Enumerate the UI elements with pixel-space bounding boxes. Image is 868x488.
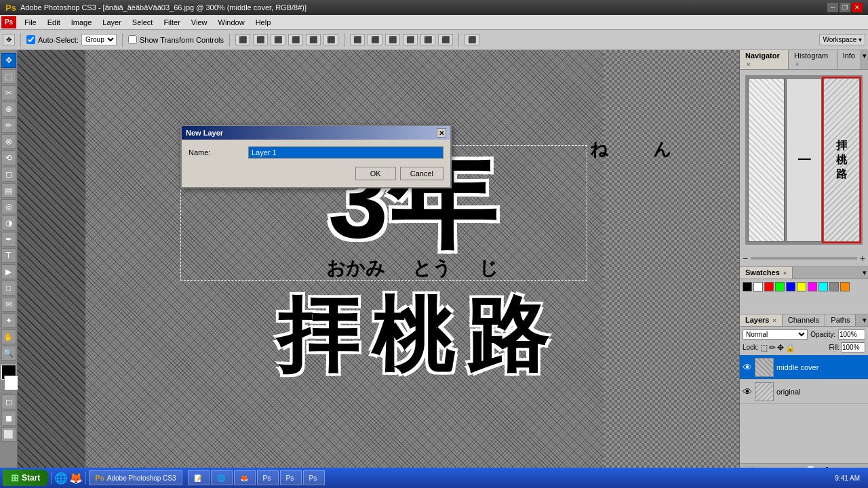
menu-layer[interactable]: Layer <box>97 17 127 28</box>
taskbar-notepad[interactable]: 📝 <box>188 470 210 485</box>
auto-select-dropdown[interactable]: Group <box>81 34 117 45</box>
tab-navigator[interactable]: Navigator × <box>740 50 789 69</box>
path-selection-tool[interactable]: ▶ <box>1 264 16 279</box>
distribute-btn6[interactable]: ⬛ <box>438 34 453 45</box>
swatch-cyan[interactable] <box>818 282 828 291</box>
pen-tool[interactable]: ✒ <box>1 232 16 247</box>
menu-select[interactable]: Select <box>127 17 159 28</box>
lock-all-btn[interactable]: 🔒 <box>785 343 795 352</box>
zoom-out-btn[interactable]: − <box>743 253 748 264</box>
healing-tool[interactable]: ⊕ <box>1 102 16 117</box>
blur-tool[interactable]: ◎ <box>1 199 16 214</box>
menu-view[interactable]: View <box>186 17 213 28</box>
swatch-blue[interactable] <box>786 282 795 291</box>
history-brush-tool[interactable]: ⟲ <box>1 150 16 165</box>
taskbar-ie[interactable]: 🌐 <box>211 470 233 485</box>
menu-file[interactable]: File <box>19 17 42 28</box>
tab-swatches[interactable]: Swatches × <box>740 267 793 279</box>
layer-visibility-original[interactable]: 👁 <box>743 386 752 397</box>
lasso-tool[interactable]: ⬚ <box>1 69 16 84</box>
zoom-in-btn[interactable]: + <box>860 253 865 264</box>
arrange-btn[interactable]: ⬛ <box>465 34 479 45</box>
dialog-name-input[interactable] <box>248 146 443 159</box>
swatch-white[interactable] <box>753 282 763 291</box>
swatches-tab-close[interactable]: × <box>783 270 787 277</box>
layer-item-middle-cover[interactable]: 👁 middle cover <box>740 355 868 380</box>
menu-filter[interactable]: Filter <box>158 17 185 28</box>
firefox-quick-icon[interactable]: 🦊 <box>69 472 83 485</box>
shape-tool[interactable]: □ <box>1 281 16 296</box>
move-tool[interactable]: ✥ <box>1 53 16 68</box>
window-controls[interactable]: ─ ❐ ✕ <box>827 3 863 12</box>
menu-window[interactable]: Window <box>213 17 250 28</box>
navigator-tab-close[interactable]: × <box>747 61 750 68</box>
distribute-btn2[interactable]: ⬛ <box>368 34 382 45</box>
swatch-red[interactable] <box>764 282 774 291</box>
swatch-black[interactable] <box>743 282 752 291</box>
tab-info[interactable]: Info <box>837 50 861 69</box>
eyedropper-tool[interactable]: ✦ <box>1 313 16 328</box>
menu-image[interactable]: Image <box>66 17 98 28</box>
align-bottom-btn[interactable]: ⬛ <box>271 34 285 45</box>
dodge-tool[interactable]: ◑ <box>1 216 16 230</box>
edit-standard-mode[interactable]: ◻ <box>1 394 16 409</box>
ps-logo[interactable]: Ps <box>1 16 16 28</box>
histogram-tab-close[interactable]: × <box>795 61 799 68</box>
align-vert-center-btn[interactable]: ⬛ <box>253 34 268 45</box>
align-left-btn[interactable]: ⬛ <box>288 34 303 45</box>
tab-paths[interactable]: Paths <box>825 314 856 326</box>
distribute-btn3[interactable]: ⬛ <box>385 34 400 45</box>
opacity-input[interactable] <box>838 329 865 340</box>
notes-tool[interactable]: ✉ <box>1 297 16 312</box>
lock-transparent-btn[interactable]: ⬚ <box>760 343 768 352</box>
lock-image-btn[interactable]: ✏ <box>769 343 776 352</box>
distribute-btn4[interactable]: ⬛ <box>403 34 418 45</box>
layers-tab-close[interactable]: × <box>773 317 776 324</box>
taskbar-ps2[interactable]: Ps <box>257 470 279 485</box>
edit-quick-mask[interactable]: ◼ <box>1 411 16 426</box>
swatch-green[interactable] <box>775 282 785 291</box>
crop-tool[interactable]: ✂ <box>1 85 16 100</box>
swatches-options-btn[interactable]: ▾ <box>861 267 868 279</box>
screen-mode[interactable]: ⬜ <box>1 427 16 442</box>
canvas-area[interactable]: ね ん 3年 おかみ とう じ 拝 桃 路 New Layer <box>18 50 739 479</box>
layers-panel-options-btn[interactable]: ▾ <box>861 314 868 326</box>
tab-layers[interactable]: Layers × <box>740 314 783 326</box>
align-horiz-center-btn[interactable]: ⬛ <box>306 34 321 45</box>
gradient-tool[interactable]: ▤ <box>1 183 16 198</box>
restore-btn[interactable]: ❐ <box>840 3 850 12</box>
distribute-btn1[interactable]: ⬛ <box>350 34 365 45</box>
menu-help[interactable]: Help <box>250 17 277 28</box>
background-color[interactable] <box>4 375 19 390</box>
blend-mode-select[interactable]: Normal <box>743 329 808 340</box>
move-tool-btn[interactable]: ✥ <box>3 34 15 45</box>
zoom-tool[interactable]: 🔍 <box>1 346 16 361</box>
start-button[interactable]: ⊞ Start <box>3 470 48 486</box>
align-right-btn[interactable]: ⬛ <box>323 34 338 45</box>
type-tool[interactable]: T <box>1 248 16 263</box>
dialog-cancel-btn[interactable]: Cancel <box>400 167 443 180</box>
close-btn[interactable]: ✕ <box>852 3 863 12</box>
align-top-btn[interactable]: ⬛ <box>235 34 250 45</box>
hand-tool[interactable]: ✋ <box>1 329 16 344</box>
auto-select-checkbox[interactable] <box>26 35 35 44</box>
workspace-btn[interactable]: Workspace ▾ <box>819 34 865 45</box>
tab-histogram[interactable]: Histogram × <box>789 50 837 69</box>
show-transform-checkbox[interactable] <box>128 35 137 44</box>
brush-tool[interactable]: ✏ <box>1 118 16 133</box>
zoom-slider[interactable] <box>751 257 857 260</box>
ie-quick-icon[interactable]: 🌐 <box>54 472 68 485</box>
taskbar-ps4[interactable]: Ps <box>303 470 325 485</box>
tab-channels[interactable]: Channels <box>783 314 825 326</box>
swatch-orange[interactable] <box>840 282 850 291</box>
menu-edit[interactable]: Edit <box>42 17 66 28</box>
swatch-gray[interactable] <box>829 282 839 291</box>
layer-visibility-middle-cover[interactable]: 👁 <box>743 362 752 373</box>
eraser-tool[interactable]: ◻ <box>1 167 16 182</box>
dialog-ok-btn[interactable]: OK <box>355 167 396 180</box>
taskbar-firefox[interactable]: 🦊 <box>234 470 256 485</box>
swatch-magenta[interactable] <box>808 282 817 291</box>
minimize-btn[interactable]: ─ <box>827 3 838 12</box>
lock-position-btn[interactable]: ✥ <box>777 343 784 352</box>
dialog-close-btn[interactable]: ✕ <box>437 128 446 138</box>
